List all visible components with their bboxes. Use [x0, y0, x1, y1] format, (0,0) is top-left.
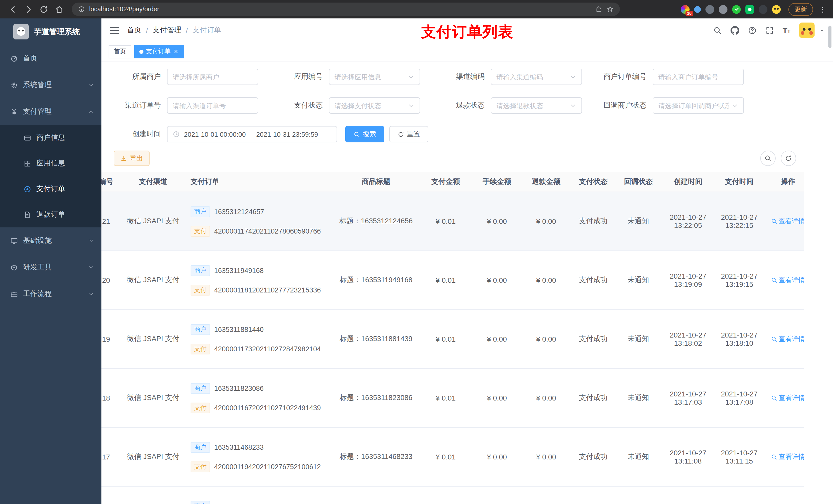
- create-time-range-picker[interactable]: 2021-10-01 00:00:00 - 2021-10-31 23:59:5…: [167, 126, 337, 142]
- app-no-input[interactable]: [335, 73, 405, 81]
- table-row[interactable]: 20微信 JSAPI 支付商户1635311949168支付4200001181…: [101, 251, 804, 310]
- caret-down-icon[interactable]: [819, 27, 825, 33]
- column-header: 支付时间: [715, 172, 763, 192]
- refund-status-select[interactable]: [491, 97, 582, 114]
- sidebar-item-label: 基础设施: [23, 236, 52, 245]
- merchant-order-no-field[interactable]: [653, 69, 744, 85]
- table-row[interactable]: 21微信 JSAPI 支付商户1635312124657支付4200001174…: [101, 192, 804, 251]
- cell-order-id: 19: [101, 310, 120, 368]
- column-header: 回调状态: [616, 172, 661, 192]
- sidebar-item-pay[interactable]: 支付管理: [0, 98, 101, 125]
- refresh-table-button[interactable]: [781, 150, 796, 166]
- view-detail-link[interactable]: 查看详情: [771, 452, 804, 461]
- refund-status-input[interactable]: [496, 102, 567, 110]
- browser-back-button[interactable]: [6, 3, 20, 16]
- callback-status-input[interactable]: [658, 102, 729, 110]
- address-bar[interactable]: localhost:1024/pay/order: [72, 3, 620, 16]
- table-row[interactable]: 17微信 JSAPI 支付商户1635311468233支付4200001194…: [101, 427, 804, 486]
- cell-order-id: 17: [101, 427, 120, 486]
- sidebar-item-merchant-info[interactable]: 商户信息: [0, 125, 101, 150]
- cell-create-time: 2021-10-27 13:17:03: [661, 368, 715, 427]
- extension-icon[interactable]: [732, 5, 741, 14]
- browser-chrome: localhost:1024/pay/order 10 更新: [0, 0, 833, 19]
- pay-tag: 支付: [191, 461, 210, 472]
- channel-code-select[interactable]: [491, 69, 582, 85]
- cell-pay-status: 支付成功: [571, 251, 616, 310]
- extension-icon[interactable]: [772, 5, 781, 14]
- field-label: 回调商户状态: [592, 101, 653, 110]
- sidebar-item-pay-order[interactable]: 支付订单: [0, 176, 101, 202]
- extension-icon[interactable]: 10: [681, 5, 690, 14]
- tag-pay-order[interactable]: 支付订单: [134, 45, 184, 58]
- close-icon[interactable]: [173, 49, 179, 54]
- table-row[interactable]: 18微信 JSAPI 支付商户1635311823086支付4200001167…: [101, 368, 804, 427]
- search-button[interactable]: 搜索: [345, 126, 384, 142]
- merchant-input[interactable]: [173, 73, 253, 81]
- cell-pay-channel: 微信 JSAPI 支付: [120, 427, 187, 486]
- app-logo[interactable]: 芋道管理系统: [0, 19, 101, 45]
- browser-reload-button[interactable]: [37, 3, 50, 16]
- breadcrumb-pay[interactable]: 支付管理: [153, 26, 181, 35]
- sidebar-item-system[interactable]: 系统管理: [0, 72, 101, 98]
- channel-pay-no: 4200001167202110271022491439: [214, 404, 321, 411]
- download-icon: [120, 155, 127, 162]
- cell-fee-amount: ¥ 0.00: [472, 368, 522, 427]
- date-end[interactable]: 2021-10-31 23:59:59: [256, 130, 318, 138]
- sidebar-item-app-info[interactable]: 应用信息: [0, 150, 101, 176]
- browser-update-button[interactable]: 更新: [788, 3, 813, 16]
- sidebar-item-label: 研发工具: [23, 263, 52, 272]
- extension-icon[interactable]: [719, 5, 728, 14]
- github-icon[interactable]: [730, 26, 739, 34]
- sidebar-item-infra[interactable]: 基础设施: [0, 227, 101, 254]
- cell-pay-channel: 微信 JSAPI 支付: [120, 310, 187, 368]
- share-icon[interactable]: [595, 6, 602, 13]
- browser-forward-button[interactable]: [22, 3, 35, 16]
- view-detail-link[interactable]: 查看详情: [771, 275, 804, 285]
- date-start[interactable]: 2021-10-01 00:00:00: [184, 130, 246, 138]
- font-size-icon[interactable]: TT: [783, 26, 790, 34]
- view-detail-link[interactable]: 查看详情: [771, 393, 804, 403]
- avatar[interactable]: [799, 23, 814, 38]
- table-row[interactable]: 19微信 JSAPI 支付商户1635311881440支付4200001173…: [101, 310, 804, 368]
- view-detail-link[interactable]: 查看详情: [771, 334, 804, 344]
- pay-status-input[interactable]: [335, 102, 405, 110]
- view-detail-link[interactable]: 查看详情: [771, 217, 804, 226]
- browser-home-button[interactable]: [52, 3, 66, 16]
- sidebar-item-home[interactable]: 首页: [0, 45, 101, 72]
- sidebar-item-workflow[interactable]: 工作流程: [0, 281, 101, 307]
- sidebar-item-refund-order[interactable]: 退款订单: [0, 202, 101, 227]
- chevron-up-icon: [88, 109, 94, 115]
- pay-status-select[interactable]: [329, 97, 420, 114]
- callback-status-select[interactable]: [653, 97, 744, 114]
- search-icon[interactable]: [713, 26, 721, 34]
- sidebar-item-devtools[interactable]: 研发工具: [0, 254, 101, 281]
- merchant-select[interactable]: [167, 69, 258, 85]
- export-button[interactable]: 导出: [114, 150, 149, 166]
- channel-order-no-field[interactable]: [167, 97, 258, 114]
- bookmark-star-icon[interactable]: [606, 6, 614, 13]
- extension-icon[interactable]: [759, 5, 767, 14]
- site-info-icon[interactable]: [78, 6, 85, 13]
- extension-icon[interactable]: [745, 5, 754, 14]
- help-icon[interactable]: [748, 26, 756, 34]
- browser-menu-icon[interactable]: [819, 5, 827, 14]
- merchant-order-no-input[interactable]: [658, 73, 738, 81]
- tag-home[interactable]: 首页: [109, 45, 131, 58]
- cell-pay-order: 商户1635311468233支付42000011942021102767521…: [187, 427, 333, 486]
- extension-icon[interactable]: [694, 6, 701, 13]
- extension-icon[interactable]: [706, 5, 714, 14]
- fullscreen-icon[interactable]: [765, 26, 774, 34]
- magnifier-icon: [771, 336, 777, 342]
- scrollbar-thumb[interactable]: [828, 26, 831, 48]
- breadcrumb-home[interactable]: 首页: [127, 26, 141, 35]
- sidebar-toggle-button[interactable]: [110, 27, 119, 34]
- table-row-partial[interactable]: 商户1635311157136: [101, 486, 804, 504]
- toggle-search-button[interactable]: [760, 150, 776, 166]
- cell-notify-status: 未通知: [616, 192, 661, 251]
- pay-tag: 支付: [191, 343, 210, 354]
- channel-code-input[interactable]: [496, 73, 567, 81]
- app-no-select[interactable]: [329, 69, 420, 85]
- channel-order-no-input[interactable]: [173, 102, 253, 110]
- reset-button[interactable]: 重置: [389, 126, 428, 142]
- clock-icon: [173, 130, 180, 138]
